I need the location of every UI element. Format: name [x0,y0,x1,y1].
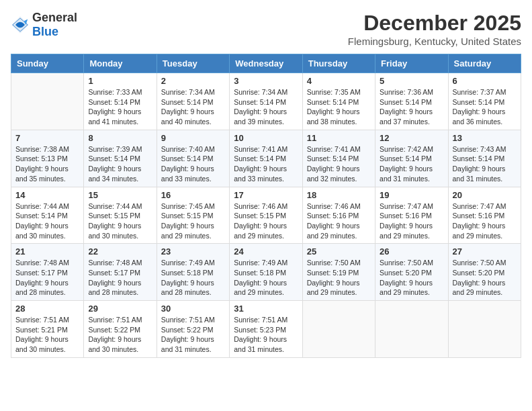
day-info: Sunrise: 7:44 AMSunset: 5:15 PMDaylight:… [88,201,152,241]
sunset-text: Sunset: 5:14 PM [88,97,152,107]
title-block: December 2025 Flemingsburg, Kentucky, Un… [348,11,521,47]
sunrise-text: Sunrise: 7:47 AM [380,201,443,212]
day-info: Sunrise: 7:49 AMSunset: 5:18 PMDaylight:… [234,258,298,298]
sunrise-text: Sunrise: 7:50 AM [453,258,517,268]
calendar-header-tuesday: Tuesday [157,54,229,73]
calendar-week-4: 21Sunrise: 7:48 AMSunset: 5:17 PMDayligh… [11,244,521,301]
daylight-hours-label: Daylight: 9 hours [88,164,152,174]
calendar-cell: 23Sunrise: 7:49 AMSunset: 5:18 PMDayligh… [157,244,229,301]
day-number: 29 [88,304,152,314]
daylight-minutes-label: and 32 minutes. [307,174,371,184]
location-title: Flemingsburg, Kentucky, United States [348,36,521,47]
calendar-cell: 17Sunrise: 7:46 AMSunset: 5:15 PMDayligh… [230,187,302,244]
day-info: Sunrise: 7:50 AMSunset: 5:19 PMDaylight:… [307,258,371,298]
daylight-minutes-label: and 38 minutes. [307,117,371,127]
day-info: Sunrise: 7:48 AMSunset: 5:17 PMDaylight:… [88,258,152,298]
sunset-text: Sunset: 5:15 PM [234,211,298,221]
day-info: Sunrise: 7:46 AMSunset: 5:15 PMDaylight:… [234,201,298,241]
day-number: 10 [234,133,298,143]
sunset-text: Sunset: 5:23 PM [234,325,298,335]
daylight-minutes-label: and 29 minutes. [307,231,371,241]
calendar-cell: 22Sunrise: 7:48 AMSunset: 5:17 PMDayligh… [84,244,157,301]
sunset-text: Sunset: 5:15 PM [161,211,225,221]
day-info: Sunrise: 7:51 AMSunset: 5:22 PMDaylight:… [161,315,225,355]
day-info: Sunrise: 7:33 AMSunset: 5:14 PMDaylight:… [88,87,152,127]
daylight-minutes-label: and 28 minutes. [88,287,152,298]
daylight-minutes-label: and 35 minutes. [15,174,79,184]
day-info: Sunrise: 7:35 AMSunset: 5:14 PMDaylight:… [307,87,371,127]
sunrise-text: Sunrise: 7:51 AM [88,315,152,325]
sunset-text: Sunset: 5:14 PM [234,154,298,164]
day-info: Sunrise: 7:37 AMSunset: 5:14 PMDaylight:… [453,87,517,127]
day-number: 23 [161,246,225,257]
calendar-header-thursday: Thursday [302,54,375,73]
calendar-table: SundayMondayTuesdayWednesdayThursdayFrid… [11,54,521,358]
daylight-minutes-label: and 37 minutes. [380,117,443,127]
day-number: 4 [307,76,371,86]
sunrise-text: Sunrise: 7:50 AM [307,258,371,268]
sunrise-text: Sunrise: 7:34 AM [234,87,298,97]
sunset-text: Sunset: 5:17 PM [88,268,152,278]
daylight-minutes-label: and 39 minutes. [234,117,298,127]
sunset-text: Sunset: 5:19 PM [307,268,371,278]
daylight-minutes-label: and 30 minutes. [88,231,152,241]
daylight-hours-label: Daylight: 9 hours [380,107,443,117]
day-number: 9 [161,133,225,143]
daylight-minutes-label: and 31 minutes. [453,174,517,184]
daylight-minutes-label: and 30 minutes. [15,231,79,241]
day-number: 17 [234,190,298,200]
daylight-hours-label: Daylight: 9 hours [307,221,371,231]
calendar-cell: 8Sunrise: 7:39 AMSunset: 5:14 PMDaylight… [84,130,157,187]
daylight-minutes-label: and 29 minutes. [161,231,225,241]
calendar-cell: 14Sunrise: 7:44 AMSunset: 5:14 PMDayligh… [11,187,84,244]
sunset-text: Sunset: 5:14 PM [234,97,298,107]
logo: General Blue [11,11,77,39]
daylight-minutes-label: and 34 minutes. [88,174,152,184]
daylight-hours-label: Daylight: 9 hours [88,334,152,345]
sunset-text: Sunset: 5:14 PM [88,154,152,164]
calendar-cell: 5Sunrise: 7:36 AMSunset: 5:14 PMDaylight… [375,73,448,130]
sunrise-text: Sunrise: 7:47 AM [453,201,517,212]
sunset-text: Sunset: 5:16 PM [307,211,371,221]
sunset-text: Sunset: 5:22 PM [161,325,225,335]
sunrise-text: Sunrise: 7:45 AM [161,201,225,212]
calendar-cell [375,301,448,358]
sunrise-text: Sunrise: 7:44 AM [15,201,79,212]
day-info: Sunrise: 7:39 AMSunset: 5:14 PMDaylight:… [88,144,152,184]
daylight-minutes-label: and 31 minutes. [234,345,298,355]
calendar-cell: 30Sunrise: 7:51 AMSunset: 5:22 PMDayligh… [157,301,229,358]
calendar-cell: 16Sunrise: 7:45 AMSunset: 5:15 PMDayligh… [157,187,229,244]
daylight-minutes-label: and 33 minutes. [161,174,225,184]
sunset-text: Sunset: 5:14 PM [380,97,443,107]
calendar-cell: 3Sunrise: 7:34 AMSunset: 5:14 PMDaylight… [230,73,302,130]
calendar-cell: 20Sunrise: 7:47 AMSunset: 5:16 PMDayligh… [448,187,521,244]
sunset-text: Sunset: 5:14 PM [15,211,79,221]
daylight-hours-label: Daylight: 9 hours [88,278,152,288]
day-number: 3 [234,76,298,86]
sunset-text: Sunset: 5:20 PM [380,268,443,278]
sunset-text: Sunset: 5:14 PM [307,154,371,164]
calendar-cell: 26Sunrise: 7:50 AMSunset: 5:20 PMDayligh… [375,244,448,301]
day-info: Sunrise: 7:49 AMSunset: 5:18 PMDaylight:… [161,258,225,298]
calendar-cell: 11Sunrise: 7:41 AMSunset: 5:14 PMDayligh… [302,130,375,187]
calendar-cell: 7Sunrise: 7:38 AMSunset: 5:13 PMDaylight… [11,130,84,187]
sunset-text: Sunset: 5:21 PM [15,325,79,335]
sunrise-text: Sunrise: 7:48 AM [15,258,79,268]
day-info: Sunrise: 7:47 AMSunset: 5:16 PMDaylight:… [453,201,517,241]
daylight-hours-label: Daylight: 9 hours [15,334,79,345]
calendar-header-saturday: Saturday [448,54,521,73]
day-info: Sunrise: 7:34 AMSunset: 5:14 PMDaylight:… [161,87,225,127]
logo-icon [11,15,30,34]
daylight-minutes-label: and 36 minutes. [453,117,517,127]
sunrise-text: Sunrise: 7:46 AM [234,201,298,212]
calendar-cell: 18Sunrise: 7:46 AMSunset: 5:16 PMDayligh… [302,187,375,244]
day-info: Sunrise: 7:51 AMSunset: 5:22 PMDaylight:… [88,315,152,355]
logo-text: General Blue [32,11,77,39]
day-number: 28 [15,304,79,314]
sunrise-text: Sunrise: 7:48 AM [88,258,152,268]
day-number: 30 [161,304,225,314]
day-info: Sunrise: 7:50 AMSunset: 5:20 PMDaylight:… [380,258,443,298]
day-info: Sunrise: 7:38 AMSunset: 5:13 PMDaylight:… [15,144,79,184]
daylight-hours-label: Daylight: 9 hours [380,164,443,174]
day-number: 31 [234,304,298,314]
